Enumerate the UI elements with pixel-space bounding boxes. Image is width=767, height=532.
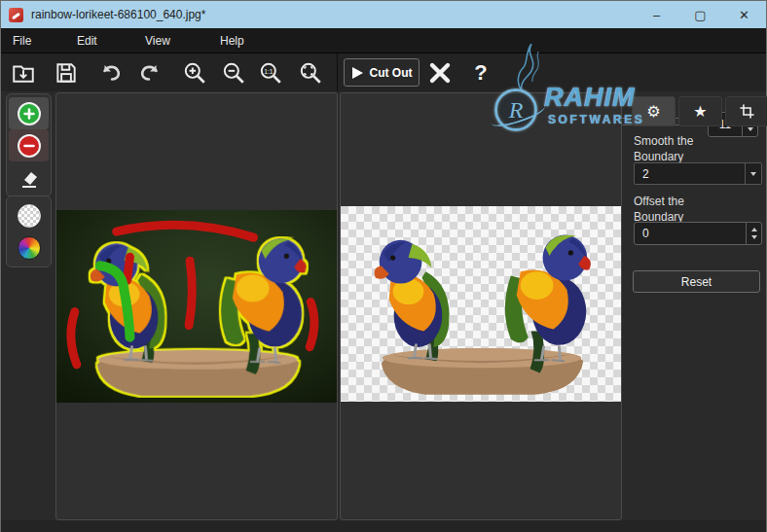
eraser-icon [18,166,41,190]
tab-effects[interactable]: ★ [678,96,722,126]
star-icon: ★ [693,102,707,121]
color-wheel-icon [18,236,41,260]
settings-panel: ⚙ ★ Smooth the Boundary 2 Offset the Bou… [630,92,767,532]
offset-boundary-value: 0 [635,223,746,244]
checkerboard-icon [18,204,41,228]
foreground-marker-button[interactable] [9,97,49,129]
menu-edit[interactable]: Edit [71,28,103,53]
menu-help[interactable]: Help [214,28,250,53]
close-button[interactable]: ✕ [722,1,766,28]
source-image-panel [55,92,338,520]
undo-icon[interactable] [96,58,126,88]
bottom-strip [1,520,766,532]
help-icon[interactable]: ? [466,58,495,88]
offset-boundary-spinbox[interactable]: 0 [634,222,762,245]
source-photo-canvas[interactable] [56,210,337,403]
zoom-in-icon[interactable] [180,58,209,88]
menu-view[interactable]: View [139,28,176,53]
minus-icon [18,134,41,158]
transparent-background-button[interactable] [9,199,49,231]
offset-boundary-label: Offset the Boundary [634,194,736,225]
background-color-button[interactable] [9,231,49,264]
app-window: rainbow-lorikeet-686100_640.jpg* – ▢ ✕ F… [0,0,767,532]
zoom-actual-icon[interactable]: 1:1 [256,58,285,88]
redo-icon[interactable] [135,58,164,88]
background-marker-button[interactable] [9,129,49,161]
spin-down-icon[interactable] [751,235,757,239]
background-style-group [6,195,52,267]
marker-tool-group [6,93,52,197]
reset-button[interactable]: Reset [633,270,760,293]
zoom-out-icon[interactable] [219,58,248,88]
result-photo-canvas[interactable] [341,206,621,402]
crop-icon [739,103,755,120]
window-title: rainbow-lorikeet-686100_640.jpg* [31,8,205,21]
cut-out-button[interactable]: Cut Out [344,58,420,87]
svg-text:1:1: 1:1 [264,68,274,75]
spin-up-icon[interactable] [751,228,757,231]
settings-tabs: ⚙ ★ [632,96,767,126]
plus-icon [18,102,41,125]
smooth-boundary-value: 2 [635,163,745,184]
play-icon [351,66,364,80]
cut-out-label: Cut Out [370,66,413,80]
chevron-down-icon [750,172,756,176]
titlebar: rainbow-lorikeet-686100_640.jpg* – ▢ ✕ [1,1,766,28]
result-image-panel [340,92,622,520]
minimize-button[interactable]: – [635,1,678,28]
tab-crop[interactable] [725,96,767,126]
gear-icon: ⚙ [646,102,660,121]
save-icon[interactable] [52,58,81,88]
app-icon [9,8,23,22]
tab-boundary-settings[interactable]: ⚙ [632,96,676,126]
menubar: File Edit View Help [1,28,766,53]
smooth-boundary-dropdown[interactable]: 2 [634,162,762,185]
smooth-boundary-label: Smooth the Boundary [634,133,736,164]
menu-file[interactable]: File [7,28,37,53]
maximize-button[interactable]: ▢ [678,1,722,28]
open-file-icon[interactable] [9,58,38,88]
clear-markers-icon[interactable] [425,58,455,88]
zoom-fit-icon[interactable] [296,58,325,88]
toolbar: 1:1 Cut Out ? Marker Size 11 [1,53,766,91]
eraser-button[interactable] [9,161,49,194]
